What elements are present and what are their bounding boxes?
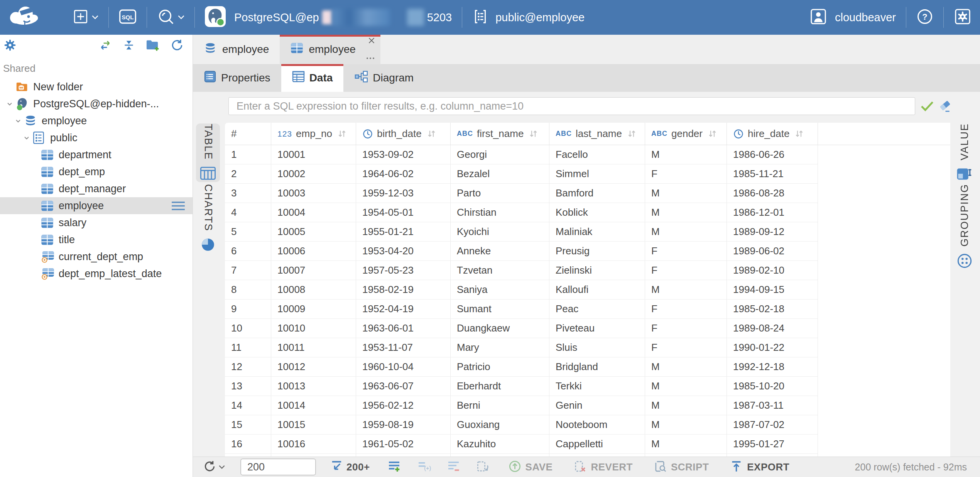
cell[interactable]: 10009 xyxy=(271,299,356,319)
save-button[interactable]: SAVE xyxy=(508,460,553,475)
presentation-tab-charts[interactable]: CHARTS xyxy=(196,188,220,250)
cell[interactable]: Koblick xyxy=(549,203,645,222)
search-tools-button[interactable] xyxy=(157,8,184,27)
cell[interactable]: Saniya xyxy=(451,280,549,299)
cell[interactable]: Patricio xyxy=(451,357,549,377)
refresh-result-button[interactable] xyxy=(203,460,225,475)
cell[interactable]: 10006 xyxy=(271,242,356,261)
cell[interactable]: 1986-08-28 xyxy=(727,184,818,203)
cell[interactable]: Zielinski xyxy=(549,261,645,280)
cell[interactable] xyxy=(645,454,727,457)
row-number-cell[interactable]: 13 xyxy=(225,377,271,396)
cell[interactable] xyxy=(727,454,818,457)
row-number-cell[interactable]: 3 xyxy=(225,184,271,203)
tab-menu-dots-icon[interactable] xyxy=(366,50,375,63)
cell[interactable]: 1961-05-02 xyxy=(356,435,451,454)
panel-tab-value[interactable]: VALUE xyxy=(951,124,978,182)
cell[interactable]: 10005 xyxy=(271,222,356,242)
tree-item-title[interactable]: title xyxy=(0,231,193,248)
generate-script-button[interactable] xyxy=(476,460,490,474)
clear-filter-button[interactable] xyxy=(938,98,952,114)
cell[interactable]: Bridgland xyxy=(549,357,645,377)
collapse-all-button[interactable] xyxy=(122,39,135,53)
chevron-down-icon[interactable] xyxy=(4,99,15,108)
tree-item-postgresql-ep-hidden-[interactable]: PostgreSQL@ep-hidden-... xyxy=(0,95,193,112)
settings-button[interactable] xyxy=(954,8,972,27)
tab-employee-database[interactable]: employee xyxy=(193,35,280,64)
sort-icon[interactable] xyxy=(627,129,637,139)
cell[interactable]: M xyxy=(645,377,727,396)
row-number-cell[interactable]: 6 xyxy=(225,242,271,261)
table-row[interactable]: 13100131963-06-07EberhardtTerkkiM1985-10… xyxy=(225,377,950,396)
chevron-down-icon[interactable] xyxy=(21,133,32,142)
export-button[interactable]: EXPORT xyxy=(730,460,789,474)
table-row[interactable]: 2100021964-06-02BezalelSimmelF1985-11-21 xyxy=(225,164,950,184)
cell[interactable]: 1953-04-20 xyxy=(356,242,451,261)
script-button[interactable]: SCRIPT xyxy=(654,460,709,474)
table-row[interactable] xyxy=(225,454,950,457)
table-row[interactable]: 16100161961-05-02KazuhitoCappellettiM199… xyxy=(225,435,950,454)
cell[interactable]: 1995-01-27 xyxy=(727,435,818,454)
cell[interactable]: Genin xyxy=(549,396,645,415)
cell[interactable]: 10004 xyxy=(271,203,356,222)
table-row[interactable]: 14100141956-02-12BerniGeninM1987-03-11 xyxy=(225,396,950,415)
schema-selector[interactable]: public@employee xyxy=(472,8,585,26)
cell[interactable]: Kazuhito xyxy=(451,435,549,454)
cell[interactable]: M xyxy=(645,203,727,222)
column-header-hire_date[interactable]: hire_date xyxy=(727,123,818,145)
help-button[interactable]: ? xyxy=(916,8,933,27)
cell[interactable]: 1985-11-21 xyxy=(727,164,818,184)
presentation-tab-table[interactable]: TABLE xyxy=(196,123,220,182)
apply-filter-button[interactable] xyxy=(920,100,934,113)
fetch-next-page-button[interactable]: 200+ xyxy=(330,460,370,474)
hamburger-menu-icon[interactable] xyxy=(170,201,186,211)
cell[interactable]: 1952-04-19 xyxy=(356,299,451,319)
cell[interactable]: Piveteau xyxy=(549,319,645,338)
cell[interactable]: 1986-12-01 xyxy=(727,203,818,222)
sort-icon[interactable] xyxy=(707,129,718,139)
cell[interactable]: Facello xyxy=(549,145,645,164)
cell[interactable]: 10003 xyxy=(271,184,356,203)
cell[interactable]: 1990-01-22 xyxy=(727,338,818,357)
tree-item-employee[interactable]: employee xyxy=(0,197,193,214)
cell[interactable]: 10013 xyxy=(271,377,356,396)
cell[interactable]: 1960-10-04 xyxy=(356,357,451,377)
row-number-cell[interactable]: 8 xyxy=(225,280,271,299)
cell[interactable]: M xyxy=(645,184,727,203)
cell[interactable]: 1954-05-01 xyxy=(356,203,451,222)
cell[interactable]: M xyxy=(645,415,727,435)
row-number-cell[interactable]: 1 xyxy=(225,145,271,164)
cell[interactable]: Peac xyxy=(549,299,645,319)
duplicate-row-button[interactable]: (+) xyxy=(417,460,431,474)
tree-item-current-dept-emp[interactable]: current_dept_emp xyxy=(0,248,193,265)
revert-button[interactable]: REVERT xyxy=(573,460,632,474)
row-number-cell[interactable]: 14 xyxy=(225,396,271,415)
cell[interactable]: 10010 xyxy=(271,319,356,338)
cell[interactable]: 1957-05-23 xyxy=(356,261,451,280)
row-number-cell[interactable]: 11 xyxy=(225,338,271,357)
table-row[interactable]: 10100101963-06-01DuangkaewPiveteauF1989-… xyxy=(225,319,950,338)
column-header-gender[interactable]: ABCgender xyxy=(645,123,727,145)
cell[interactable]: 1953-11-07 xyxy=(356,338,451,357)
cell[interactable]: M xyxy=(645,435,727,454)
cell[interactable]: 1989-08-24 xyxy=(727,319,818,338)
cell[interactable]: F xyxy=(645,338,727,357)
cell[interactable]: 1964-06-02 xyxy=(356,164,451,184)
add-row-button[interactable] xyxy=(387,460,401,474)
tree-item-dept-emp[interactable]: dept_emp xyxy=(0,163,193,180)
cell[interactable]: F xyxy=(645,319,727,338)
close-icon[interactable] xyxy=(367,36,377,46)
cell[interactable]: Sumant xyxy=(451,299,549,319)
cell[interactable]: 1989-02-10 xyxy=(727,261,818,280)
cell[interactable]: 1992-12-18 xyxy=(727,357,818,377)
cell[interactable]: F xyxy=(645,164,727,184)
row-number-cell[interactable]: 5 xyxy=(225,222,271,242)
cell[interactable]: 1959-12-03 xyxy=(356,184,451,203)
new-folder-button[interactable] xyxy=(145,39,160,53)
table-row[interactable]: 15100151959-08-19GuoxiangNooteboomM1987-… xyxy=(225,415,950,435)
sql-filter-input[interactable] xyxy=(228,97,915,115)
sort-icon[interactable] xyxy=(337,129,347,139)
table-row[interactable]: 11100111953-11-07MarySluisF1990-01-22 xyxy=(225,338,950,357)
table-row[interactable]: 6100061953-04-20AnnekePreusigF1989-06-02 xyxy=(225,242,950,261)
cell[interactable] xyxy=(549,454,645,457)
